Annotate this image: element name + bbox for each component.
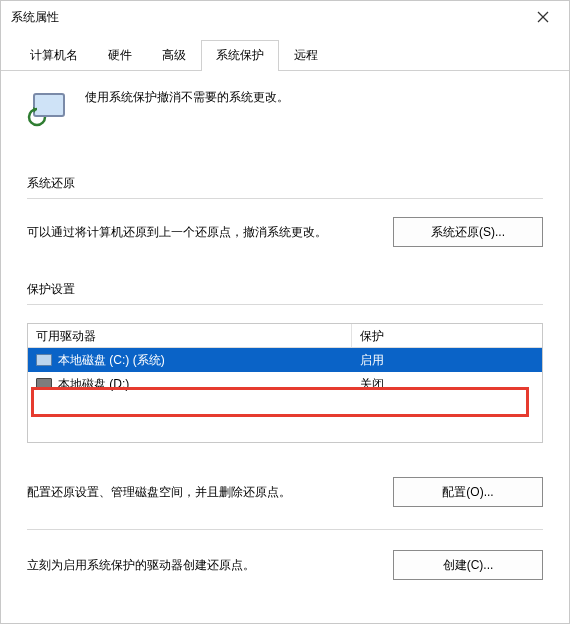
close-button[interactable] — [523, 3, 563, 31]
configure-row: 配置还原设置、管理磁盘空间，并且删除还原点。 配置(O)... — [27, 477, 543, 507]
drive-status: 关闭 — [352, 376, 542, 393]
title-bar: 系统属性 — [1, 1, 569, 33]
table-row[interactable]: 本地磁盘 (D:) 关闭 — [28, 372, 542, 396]
drives-table: 可用驱动器 保护 本地磁盘 (C:) (系统) 启用 本地磁盘 (D:) — [27, 323, 543, 443]
intro-text: 使用系统保护撤消不需要的系统更改。 — [85, 89, 289, 106]
tab-hardware[interactable]: 硬件 — [93, 40, 147, 71]
tab-remote[interactable]: 远程 — [279, 40, 333, 71]
col-header-drive[interactable]: 可用驱动器 — [28, 324, 352, 347]
configure-button[interactable]: 配置(O)... — [393, 477, 543, 507]
divider — [27, 529, 543, 530]
table-header: 可用驱动器 保护 — [28, 324, 542, 348]
create-desc: 立刻为启用系统保护的驱动器创建还原点。 — [27, 555, 375, 575]
protection-title: 保护设置 — [27, 281, 543, 298]
drive-icon — [36, 378, 52, 390]
restore-title: 系统还原 — [27, 175, 543, 192]
restore-desc: 可以通过将计算机还原到上一个还原点，撤消系统更改。 — [27, 222, 375, 242]
close-icon — [537, 11, 549, 23]
tab-system-protection[interactable]: 系统保护 — [201, 40, 279, 71]
divider — [27, 198, 543, 199]
drive-status: 启用 — [352, 352, 542, 369]
tab-content: 使用系统保护撤消不需要的系统更改。 系统还原 可以通过将计算机还原到上一个还原点… — [1, 71, 569, 612]
drive-icon — [36, 354, 52, 366]
section-protection-settings: 保护设置 可用驱动器 保护 本地磁盘 (C:) (系统) 启用 本 — [27, 281, 543, 580]
system-restore-button[interactable]: 系统还原(S)... — [393, 217, 543, 247]
drive-name: 本地磁盘 (D:) — [58, 376, 129, 393]
tab-advanced[interactable]: 高级 — [147, 40, 201, 71]
intro-row: 使用系统保护撤消不需要的系统更改。 — [27, 89, 543, 129]
system-protection-icon — [27, 89, 71, 129]
create-button[interactable]: 创建(C)... — [393, 550, 543, 580]
tab-strip: 计算机名 硬件 高级 系统保护 远程 — [1, 39, 569, 71]
table-body: 本地磁盘 (C:) (系统) 启用 本地磁盘 (D:) 关闭 — [28, 348, 542, 396]
tab-computer-name[interactable]: 计算机名 — [15, 40, 93, 71]
col-header-protection[interactable]: 保护 — [352, 324, 542, 347]
section-restore: 系统还原 可以通过将计算机还原到上一个还原点，撤消系统更改。 系统还原(S)..… — [27, 175, 543, 247]
table-row[interactable]: 本地磁盘 (C:) (系统) 启用 — [28, 348, 542, 372]
divider — [27, 304, 543, 305]
drive-name: 本地磁盘 (C:) (系统) — [58, 352, 165, 369]
create-row: 立刻为启用系统保护的驱动器创建还原点。 创建(C)... — [27, 550, 543, 580]
configure-desc: 配置还原设置、管理磁盘空间，并且删除还原点。 — [27, 482, 375, 502]
restore-row: 可以通过将计算机还原到上一个还原点，撤消系统更改。 系统还原(S)... — [27, 217, 543, 247]
window-title: 系统属性 — [11, 9, 59, 26]
